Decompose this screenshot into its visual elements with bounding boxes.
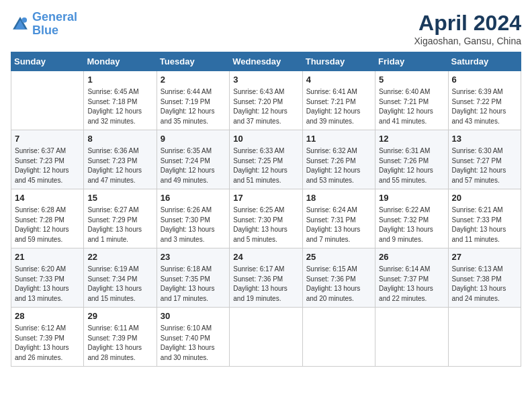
day-info: Sunrise: 6:10 AMSunset: 7:40 PMDaylight:… xyxy=(161,324,226,363)
calendar-week-row: 14Sunrise: 6:28 AMSunset: 7:28 PMDayligh… xyxy=(11,189,521,248)
header-thursday: Thursday xyxy=(302,52,375,71)
title-block: April 2024 Xigaoshan, Gansu, China xyxy=(414,11,521,46)
calendar-cell: 22Sunrise: 6:19 AMSunset: 7:34 PMDayligh… xyxy=(84,248,157,308)
day-info: Sunrise: 6:27 AMSunset: 7:29 PMDaylight:… xyxy=(87,205,152,244)
calendar-header: Sunday Monday Tuesday Wednesday Thursday… xyxy=(11,52,521,71)
day-number: 11 xyxy=(306,133,371,145)
day-number: 7 xyxy=(15,133,80,145)
day-number: 9 xyxy=(161,133,226,145)
day-number: 8 xyxy=(87,133,152,145)
calendar-cell: 7Sunrise: 6:37 AMSunset: 7:23 PMDaylight… xyxy=(11,130,84,189)
day-number: 13 xyxy=(452,133,517,145)
day-number: 12 xyxy=(379,133,444,145)
calendar-cell: 23Sunrise: 6:18 AMSunset: 7:35 PMDayligh… xyxy=(157,248,229,308)
header-saturday: Saturday xyxy=(448,52,521,71)
calendar-cell: 4Sunrise: 6:41 AMSunset: 7:21 PMDaylight… xyxy=(302,71,375,130)
day-info: Sunrise: 6:13 AMSunset: 7:38 PMDaylight:… xyxy=(452,265,517,304)
day-number: 22 xyxy=(87,251,152,263)
calendar-cell xyxy=(375,308,448,367)
calendar-cell: 6Sunrise: 6:39 AMSunset: 7:22 PMDaylight… xyxy=(448,71,521,130)
day-info: Sunrise: 6:30 AMSunset: 7:27 PMDaylight:… xyxy=(452,146,517,185)
header-friday: Friday xyxy=(375,52,448,71)
header-wednesday: Wednesday xyxy=(230,52,302,71)
calendar-cell: 18Sunrise: 6:24 AMSunset: 7:31 PMDayligh… xyxy=(302,189,375,248)
calendar-cell: 11Sunrise: 6:32 AMSunset: 7:26 PMDayligh… xyxy=(302,130,375,189)
day-info: Sunrise: 6:39 AMSunset: 7:22 PMDaylight:… xyxy=(452,87,517,126)
day-info: Sunrise: 6:17 AMSunset: 7:36 PMDaylight:… xyxy=(233,265,298,304)
calendar-table: Sunday Monday Tuesday Wednesday Thursday… xyxy=(11,52,521,367)
day-number: 10 xyxy=(233,133,298,145)
day-info: Sunrise: 6:44 AMSunset: 7:19 PMDaylight:… xyxy=(161,87,226,126)
calendar-cell: 17Sunrise: 6:25 AMSunset: 7:30 PMDayligh… xyxy=(230,189,302,248)
day-number: 1 xyxy=(87,74,152,86)
day-info: Sunrise: 6:19 AMSunset: 7:34 PMDaylight:… xyxy=(87,265,152,304)
calendar-cell: 10Sunrise: 6:33 AMSunset: 7:25 PMDayligh… xyxy=(230,130,302,189)
day-info: Sunrise: 6:15 AMSunset: 7:36 PMDaylight:… xyxy=(306,265,371,304)
day-number: 30 xyxy=(161,310,226,322)
calendar-cell: 30Sunrise: 6:10 AMSunset: 7:40 PMDayligh… xyxy=(157,308,229,367)
day-number: 25 xyxy=(306,251,371,263)
day-number: 27 xyxy=(452,251,517,263)
day-number: 16 xyxy=(161,192,226,204)
calendar-cell: 15Sunrise: 6:27 AMSunset: 7:29 PMDayligh… xyxy=(84,189,157,248)
day-info: Sunrise: 6:32 AMSunset: 7:26 PMDaylight:… xyxy=(306,146,371,185)
day-info: Sunrise: 6:26 AMSunset: 7:30 PMDaylight:… xyxy=(161,205,226,244)
month-title: April 2024 xyxy=(414,11,521,36)
day-number: 17 xyxy=(233,192,298,204)
calendar-cell xyxy=(448,308,521,367)
calendar-cell: 3Sunrise: 6:43 AMSunset: 7:20 PMDaylight… xyxy=(230,71,302,130)
calendar-cell: 8Sunrise: 6:36 AMSunset: 7:23 PMDaylight… xyxy=(84,130,157,189)
day-info: Sunrise: 6:41 AMSunset: 7:21 PMDaylight:… xyxy=(306,87,371,126)
day-info: Sunrise: 6:22 AMSunset: 7:32 PMDaylight:… xyxy=(379,205,444,244)
day-number: 23 xyxy=(161,251,226,263)
day-info: Sunrise: 6:18 AMSunset: 7:35 PMDaylight:… xyxy=(161,265,226,304)
logo-text: General Blue xyxy=(32,11,77,38)
day-number: 24 xyxy=(233,251,298,263)
logo: General Blue xyxy=(11,11,77,38)
day-info: Sunrise: 6:33 AMSunset: 7:25 PMDaylight:… xyxy=(233,146,298,185)
day-number: 18 xyxy=(306,192,371,204)
calendar-week-row: 21Sunrise: 6:20 AMSunset: 7:33 PMDayligh… xyxy=(11,248,521,308)
day-number: 15 xyxy=(87,192,152,204)
calendar-week-row: 1Sunrise: 6:45 AMSunset: 7:18 PMDaylight… xyxy=(11,71,521,130)
day-info: Sunrise: 6:14 AMSunset: 7:37 PMDaylight:… xyxy=(379,265,444,304)
calendar-week-row: 7Sunrise: 6:37 AMSunset: 7:23 PMDaylight… xyxy=(11,130,521,189)
day-number: 28 xyxy=(15,310,80,322)
day-info: Sunrise: 6:43 AMSunset: 7:20 PMDaylight:… xyxy=(233,87,298,126)
day-number: 29 xyxy=(87,310,152,322)
day-info: Sunrise: 6:36 AMSunset: 7:23 PMDaylight:… xyxy=(87,146,152,185)
day-info: Sunrise: 6:12 AMSunset: 7:39 PMDaylight:… xyxy=(15,324,80,363)
day-info: Sunrise: 6:21 AMSunset: 7:33 PMDaylight:… xyxy=(452,205,517,244)
calendar-cell: 25Sunrise: 6:15 AMSunset: 7:36 PMDayligh… xyxy=(302,248,375,308)
calendar-cell: 14Sunrise: 6:28 AMSunset: 7:28 PMDayligh… xyxy=(11,189,84,248)
day-info: Sunrise: 6:35 AMSunset: 7:24 PMDaylight:… xyxy=(161,146,226,185)
day-info: Sunrise: 6:11 AMSunset: 7:39 PMDaylight:… xyxy=(87,324,152,363)
day-info: Sunrise: 6:25 AMSunset: 7:30 PMDaylight:… xyxy=(233,205,298,244)
calendar-cell: 27Sunrise: 6:13 AMSunset: 7:38 PMDayligh… xyxy=(448,248,521,308)
day-info: Sunrise: 6:40 AMSunset: 7:21 PMDaylight:… xyxy=(379,87,444,126)
location: Xigaoshan, Gansu, China xyxy=(414,36,521,46)
day-number: 21 xyxy=(15,251,80,263)
header-tuesday: Tuesday xyxy=(157,52,229,71)
day-number: 6 xyxy=(452,74,517,86)
page-header: General Blue April 2024 Xigaoshan, Gansu… xyxy=(11,11,521,46)
calendar-cell xyxy=(11,71,84,130)
calendar-cell: 20Sunrise: 6:21 AMSunset: 7:33 PMDayligh… xyxy=(448,189,521,248)
calendar-cell: 9Sunrise: 6:35 AMSunset: 7:24 PMDaylight… xyxy=(157,130,229,189)
day-number: 14 xyxy=(15,192,80,204)
header-sunday: Sunday xyxy=(11,52,84,71)
header-row: Sunday Monday Tuesday Wednesday Thursday… xyxy=(11,52,521,71)
calendar-cell: 28Sunrise: 6:12 AMSunset: 7:39 PMDayligh… xyxy=(11,308,84,367)
day-number: 5 xyxy=(379,74,444,86)
header-monday: Monday xyxy=(84,52,157,71)
day-info: Sunrise: 6:28 AMSunset: 7:28 PMDaylight:… xyxy=(15,205,80,244)
day-number: 26 xyxy=(379,251,444,263)
calendar-cell: 16Sunrise: 6:26 AMSunset: 7:30 PMDayligh… xyxy=(157,189,229,248)
day-number: 2 xyxy=(161,74,226,86)
day-info: Sunrise: 6:20 AMSunset: 7:33 PMDaylight:… xyxy=(15,265,80,304)
calendar-cell: 2Sunrise: 6:44 AMSunset: 7:19 PMDaylight… xyxy=(157,71,229,130)
calendar-cell: 12Sunrise: 6:31 AMSunset: 7:26 PMDayligh… xyxy=(375,130,448,189)
calendar-cell: 21Sunrise: 6:20 AMSunset: 7:33 PMDayligh… xyxy=(11,248,84,308)
day-info: Sunrise: 6:31 AMSunset: 7:26 PMDaylight:… xyxy=(379,146,444,185)
day-info: Sunrise: 6:37 AMSunset: 7:23 PMDaylight:… xyxy=(15,146,80,185)
